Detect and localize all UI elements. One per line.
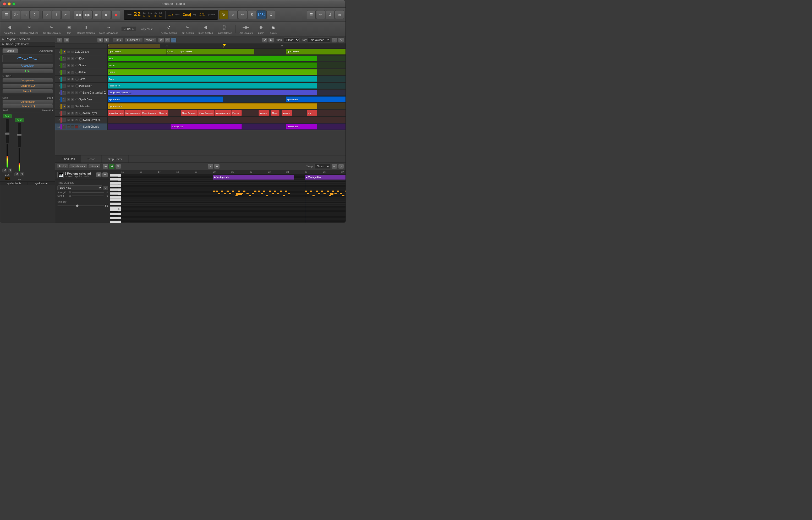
count-button[interactable]: 1234 <box>257 10 266 19</box>
solo-btn-10[interactable]: S <box>71 119 75 122</box>
region[interactable]: Mass Appeal Laye <box>215 110 231 116</box>
left-fader-thumb[interactable] <box>5 132 10 135</box>
auto-zoom-button[interactable]: ⊕ Auto Zoom <box>2 23 17 35</box>
track-content-0[interactable]: Epic ElectroElectr...Epic ElectroEpic El… <box>108 49 345 55</box>
pr-note[interactable] <box>221 190 223 192</box>
track-content-10[interactable] <box>108 116 345 123</box>
maximize-button[interactable] <box>12 2 16 5</box>
right-fader-thumb[interactable] <box>17 134 22 136</box>
pr-note[interactable] <box>312 195 315 196</box>
region[interactable]: Mass Appeal Laye <box>124 110 141 116</box>
pr-note[interactable] <box>285 190 287 192</box>
strength-slider[interactable] <box>72 192 104 193</box>
mute-btn-7[interactable]: M <box>67 98 71 101</box>
arpeggiator-plugin[interactable]: Arpeggiator <box>2 63 53 68</box>
add-folder-button[interactable]: ⊞ <box>64 37 69 43</box>
view-list-button[interactable]: ☰ <box>307 10 316 19</box>
tool-pencil[interactable]: ▶ <box>268 37 274 43</box>
cut-section-button[interactable]: ✂ Cut Section <box>180 23 195 35</box>
solo-btn-9[interactable]: S <box>71 112 75 115</box>
pr-note[interactable] <box>342 195 344 196</box>
compressor-plugin[interactable]: Compressor <box>2 78 53 83</box>
pr-note[interactable] <box>266 195 268 196</box>
view-menu[interactable]: View ▾ <box>144 38 156 42</box>
pr-note-long[interactable] <box>330 193 333 195</box>
read-button-2[interactable]: Read <box>15 118 24 122</box>
pr-note[interactable] <box>227 190 229 192</box>
region[interactable]: Epic Electro <box>286 49 345 54</box>
metronome-button[interactable]: ✕ <box>229 10 237 19</box>
close-button[interactable] <box>3 2 6 5</box>
pr-ruler[interactable]: 151617181920212223242526272829 <box>121 170 345 174</box>
region[interactable]: Mass Ap <box>158 110 168 116</box>
velocity-thumb[interactable] <box>76 204 79 207</box>
pr-note[interactable] <box>238 190 240 192</box>
info-button[interactable]: ⓘ <box>11 10 20 19</box>
pr-note[interactable] <box>235 195 237 196</box>
pr-note[interactable] <box>243 190 246 192</box>
region[interactable]: Toms <box>108 76 317 82</box>
edit-button[interactable]: ✏ <box>316 10 325 19</box>
tab-piano-roll[interactable]: Piano Roll <box>55 155 81 162</box>
quantize-select[interactable]: 1/16 Note 1/8 Note 1/4 Note <box>57 185 102 190</box>
pr-pointer[interactable]: ↗ <box>208 164 214 169</box>
region[interactable]: Synth Bass <box>286 97 345 102</box>
pr-note[interactable] <box>318 193 320 194</box>
region[interactable]: Mass Appeal Laye <box>181 110 198 116</box>
tremolo-plugin[interactable]: Tremolo <box>2 89 53 94</box>
mute-btn-3[interactable]: M <box>67 71 71 74</box>
mute-btn-1[interactable]: M <box>67 57 71 60</box>
expand-button[interactable]: ⊞ <box>335 10 344 19</box>
solo-btn-5[interactable]: S <box>71 84 75 87</box>
region[interactable]: Ma <box>307 110 317 116</box>
pencil-button[interactable]: ✏ <box>238 10 247 19</box>
colors-button[interactable]: ◉ Colors <box>268 23 278 35</box>
pr-note[interactable] <box>316 190 318 192</box>
region[interactable]: Snare <box>108 62 317 68</box>
pr-note[interactable] <box>321 190 323 192</box>
view-toggle-1[interactable]: ⊡ <box>165 37 170 43</box>
region[interactable]: Kick <box>108 56 317 61</box>
solo-btn-0[interactable]: S <box>71 50 75 53</box>
pr-note[interactable] <box>224 193 226 194</box>
setting-button[interactable]: Setting <box>2 48 18 53</box>
track-content-3[interactable]: Hi Hat <box>108 69 345 76</box>
ruler-timeline[interactable]: 20 21 22 23 <box>108 44 345 48</box>
pr-note[interactable] <box>329 195 331 196</box>
region[interactable]: Long Crash Cymbal 02 <box>108 89 317 96</box>
region[interactable]: Vintage Mix <box>170 124 242 129</box>
solo-btn-4[interactable]: S <box>71 78 75 81</box>
resize-button[interactable]: ↔ <box>331 37 337 43</box>
pr-note[interactable] <box>340 193 342 194</box>
piano-options[interactable]: ⚙ <box>96 172 102 177</box>
pr-note[interactable] <box>269 190 271 192</box>
mute-btn-8[interactable]: M <box>67 105 71 108</box>
swing-slider[interactable] <box>72 196 104 196</box>
nudge-display[interactable]: ◀ Tick ▶ <box>121 26 137 31</box>
pr-snap-select[interactable]: Smart <box>314 164 330 169</box>
track-content-6[interactable]: Long Crash Cymbal 02 <box>108 89 345 96</box>
edit-menu[interactable]: Edit ▾ <box>112 38 123 42</box>
track-options-button[interactable]: ⚙ <box>97 37 103 43</box>
split-playhead-button[interactable]: ✂ Split by Playhead <box>19 23 40 35</box>
pr-note[interactable] <box>332 190 334 192</box>
zoom-button[interactable]: ⊕ Zoom <box>256 23 267 35</box>
mute-right-button[interactable]: M <box>15 173 19 176</box>
compressor2-plugin[interactable]: Compressor <box>2 100 53 104</box>
mute-btn-10[interactable]: M <box>67 119 71 122</box>
track-content-5[interactable]: Percussion <box>108 83 345 89</box>
join-button[interactable]: ⊞ Join <box>64 23 74 35</box>
pr-note[interactable] <box>327 190 329 192</box>
nudge-value-button[interactable]: Nudge Value <box>138 27 155 31</box>
solo-btn-1[interactable]: S <box>71 57 75 60</box>
piano-roll-grid[interactable]: ▶ Vintage Mix▶ Vintage Mix <box>121 174 345 223</box>
help-button[interactable]: ? <box>30 10 39 19</box>
pr-note[interactable] <box>272 193 274 194</box>
drag-select[interactable]: No Overlap Overlap <box>308 37 330 43</box>
pr-region-vintage-mix-1[interactable]: ▶ Vintage Mix <box>213 175 294 180</box>
region[interactable]: Mass Appeal Laye <box>198 110 215 116</box>
sync-button[interactable]: ↻ <box>219 10 228 19</box>
pr-edit-menu[interactable]: Edit ▾ <box>57 164 68 168</box>
insert-silence-button[interactable]: ░ Insert Silence <box>216 23 234 35</box>
channel-eq-plugin[interactable]: Channel EQ <box>2 84 53 88</box>
